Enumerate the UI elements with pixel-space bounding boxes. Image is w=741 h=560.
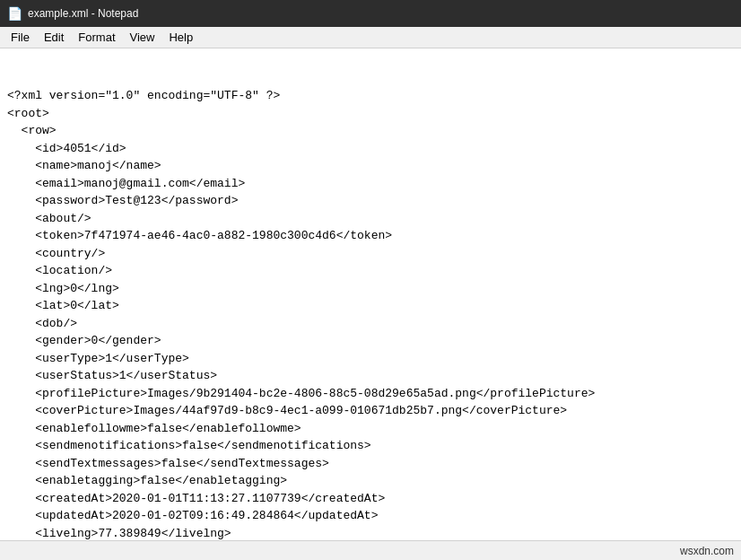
menu-format[interactable]: Format (71, 27, 122, 48)
text-editor[interactable]: <?xml version="1.0" encoding="UTF-8" ?> … (0, 48, 741, 540)
menu-view[interactable]: View (123, 27, 162, 48)
editor-content: <?xml version="1.0" encoding="UTF-8" ?> … (7, 87, 734, 540)
menu-edit[interactable]: Edit (37, 27, 71, 48)
status-text: wsxdn.com (680, 545, 734, 557)
menu-file[interactable]: File (4, 27, 37, 48)
menu-bar: File Edit Format View Help (0, 27, 741, 48)
title-bar: 📄 example.xml - Notepad (0, 0, 741, 27)
status-bar: wsxdn.com (0, 540, 741, 560)
window-title: example.xml - Notepad (28, 7, 138, 20)
menu-help[interactable]: Help (161, 27, 200, 48)
app-icon: 📄 (7, 6, 22, 21)
